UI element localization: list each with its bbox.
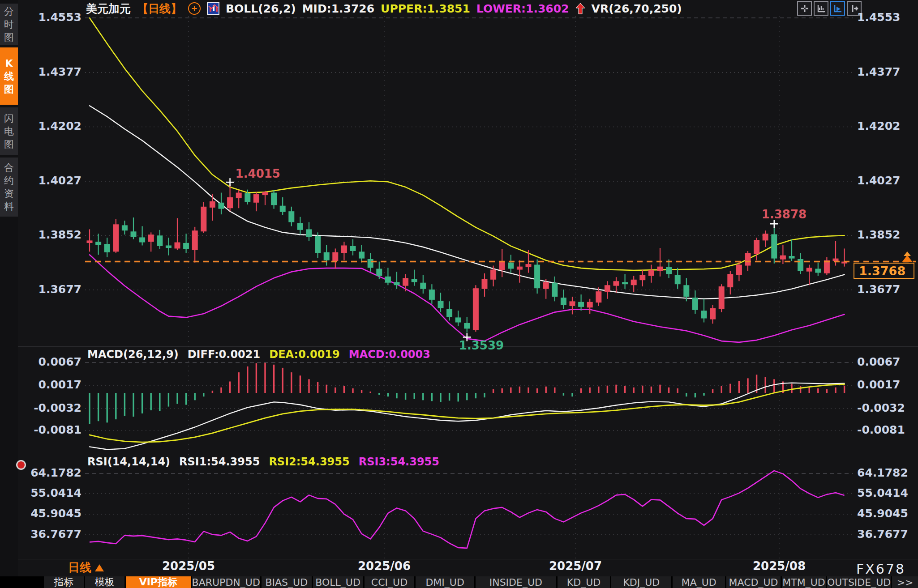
macd-axis-label-left: 0.0067 [26,355,82,368]
rsi1-value: RSI1:54.3955 [179,456,260,468]
macd-axis-label-right: -0.0081 [857,423,905,436]
price-axis-label-right: 1.3852 [857,228,900,241]
macd-macd-value: MACD:0.0003 [349,348,430,361]
current-price-value: 1.3768 [859,264,905,278]
price-axis-label-left: 1.3677 [26,283,82,296]
rsi-pane-header: RSI(14,14,14) RSI1:54.3955 RSI2:54.3955 … [87,456,439,468]
tab-barupdn_ud[interactable]: BARUPDN_UD [192,576,260,588]
macd-title: MACD(26,12,9) [87,348,179,361]
macd-axis-label-right: -0.0032 [857,401,905,414]
rsi-axis-label-left: 36.7677 [26,528,82,541]
rsi-axis-label-left: 55.0414 [26,486,82,499]
price-axis-label-right: 1.4553 [857,11,900,24]
macd-axis-label-left: -0.0081 [26,423,82,436]
timeframe-label: 日线 [68,560,91,575]
watermark: FX678 [856,561,905,577]
triangle-up-icon [95,564,104,571]
tab-bias_ud[interactable]: BIAS_UD [262,576,312,588]
tab-macd_ud[interactable]: MACD_UD [726,576,781,588]
macd-axis-label-left: 0.0017 [26,378,82,391]
low-price-annotation: 1.3539 [459,339,504,352]
price-axis-label-left: 1.4553 [26,11,82,24]
macd-axis-label-right: 0.0067 [857,355,900,368]
rsi-axis-label-right: 36.7677 [857,528,908,541]
tab-dmi_ud[interactable]: DMI_UD [416,576,474,588]
price-axis-label-right: 1.4377 [857,65,900,78]
chart-app-window: 分 时 图K 线 图闪 电 图合 约 资 料 美元加元 【日线】 + BOLL(… [0,0,918,588]
price-axis-label-right: 1.3677 [857,283,900,296]
macd-dea-value: DEA:0.0019 [269,348,340,361]
price-marker-icon [899,251,915,264]
rsi-axis-label-right: 45.9045 [857,507,908,520]
price-axis-label-left: 1.4027 [26,174,82,187]
rsi-axis-label-left: 64.1782 [26,466,82,479]
tab->>[interactable]: >> [892,576,918,588]
tab-outside_ud[interactable]: OUTSIDE_UD [827,576,891,588]
macd-pane-header: MACD(26,12,9) DIFF:0.0021 DEA:0.0019 MAC… [87,348,430,361]
high-price-annotation: 1.4015 [236,167,280,180]
month-axis-label: 2025/08 [753,559,806,573]
price-axis-label-left: 1.4377 [26,65,82,78]
indicator-tab-bar: 指标模板VIP指标BARUPDN_UDBIAS_UDBOLL_UDCCI_UDD… [0,576,918,588]
macd-axis-label-right: 0.0017 [857,378,900,391]
tab-mtm_ud[interactable]: MTM_UD [782,576,826,588]
macd-axis-label-left: -0.0032 [26,401,82,414]
tab-kd_ud[interactable]: KD_UD [558,576,610,588]
price-axis-label-left: 1.3852 [26,228,82,241]
macd-diff-value: DIFF:0.0021 [188,348,261,361]
chart-canvas[interactable] [0,0,918,588]
price-axis-label-right: 1.4202 [857,119,900,132]
price-axis-label-left: 1.4202 [26,119,82,132]
tab-boll_ud[interactable]: BOLL_UD [313,576,363,588]
tab-指标[interactable]: 指标 [44,576,84,588]
tab-inside_ud[interactable]: INSIDE_UD [476,576,556,588]
rsi-axis-label-left: 45.9045 [26,507,82,520]
rsi-title: RSI(14,14,14) [87,456,170,468]
month-axis-label: 2025/07 [549,559,602,573]
month-axis-label: 2025/05 [162,559,215,573]
rsi-axis-label-right: 64.1782 [857,466,908,479]
price-axis-label-right: 1.4027 [857,174,900,187]
tab-ma_ud[interactable]: MA_UD [673,576,725,588]
high-price-annotation: 1.3878 [762,208,806,221]
rsi2-value: RSI2:54.3955 [269,456,349,468]
record-indicator-icon [16,460,26,470]
tab-模板[interactable]: 模板 [85,576,125,588]
pane-separator [18,454,918,454]
tab-cci_ud[interactable]: CCI_UD [365,576,415,588]
timeframe-selector[interactable]: 日线 [68,560,104,575]
current-price-box: 1.3768 [854,263,914,279]
rsi-axis-label-right: 55.0414 [857,486,908,499]
tab-vip指标[interactable]: VIP指标 [126,576,190,588]
tab-kdj_ud[interactable]: KDJ_UD [611,576,671,588]
month-axis-label: 2025/06 [358,559,411,573]
rsi3-value: RSI3:54.3955 [359,456,439,468]
